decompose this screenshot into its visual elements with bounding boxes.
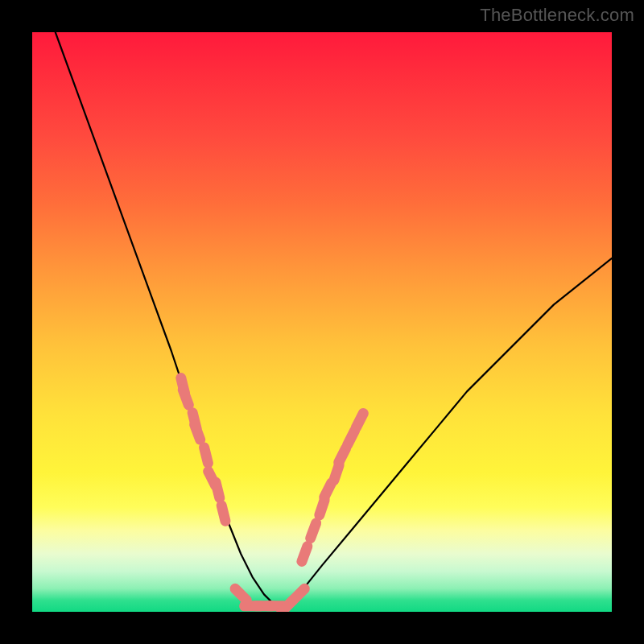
- watermark-text: TheBottleneck.com: [480, 5, 634, 26]
- chart-svg: [32, 32, 612, 612]
- marker-dash: [356, 414, 363, 428]
- marker-dash: [204, 448, 208, 463]
- marker-dash: [195, 424, 200, 440]
- marker-dash: [216, 482, 220, 497]
- marker-dash: [302, 547, 308, 562]
- bottleneck-curve: [56, 32, 612, 606]
- marker-dash: [221, 506, 225, 521]
- marker-dash: [293, 588, 304, 600]
- marker-dash: [324, 483, 332, 497]
- plot-area: [32, 32, 612, 612]
- chart-frame: TheBottleneck.com: [0, 0, 644, 644]
- marker-dash: [235, 588, 246, 600]
- marker-dash: [311, 523, 316, 539]
- curve-path: [56, 32, 612, 606]
- marker-dash: [183, 390, 188, 405]
- marker-dashes: [181, 378, 363, 612]
- marker-dash: [339, 448, 346, 463]
- marker-dash: [348, 431, 355, 445]
